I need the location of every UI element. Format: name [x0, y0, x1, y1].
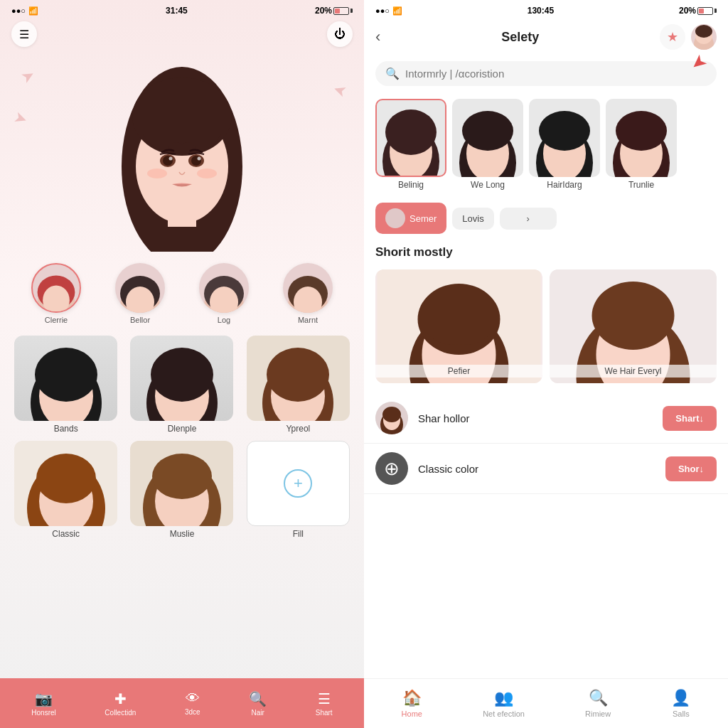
right-signal-icons: ●●○ 📶 [375, 6, 402, 16]
right-nav-0[interactable]: 🏠 Home [402, 689, 422, 718]
chip-1[interactable]: Lovis [452, 208, 493, 230]
deco-arrow-1: ➤ [18, 65, 38, 87]
right-nav-3[interactable]: 👤 Salls [671, 689, 690, 718]
nav-icon-1: ✚ [114, 690, 127, 707]
style-card-0[interactable]: Belinig [375, 99, 446, 190]
left-nav-3[interactable]: 🔍 Nair [249, 690, 267, 717]
avatar-label-3: Marnt [298, 316, 318, 324]
avatar-circle-2 [199, 263, 249, 313]
list-icon-0 [375, 402, 408, 434]
left-status-bar: ●●○ 📶 31:45 20% [0, 0, 364, 18]
avatar-item-0[interactable]: Clerrie [24, 263, 88, 324]
small-avatar-row: Clerrie Bellor Log [0, 257, 364, 330]
hair-item-5[interactable]: + Fill [244, 441, 353, 539]
start-button-0[interactable]: Shart↓ [663, 406, 717, 431]
battery-fill [335, 9, 340, 14]
power-button[interactable]: ⏻ [327, 21, 353, 47]
svg-point-32 [267, 348, 329, 402]
right-bottom-nav: 🏠 Home 👥 Net efection 🔍 Rimiew 👤 Salls [364, 678, 728, 728]
left-top-buttons: ☰ ⏻ [0, 18, 364, 50]
list-icon-1: ⊕ [375, 452, 408, 485]
main-avatar-area: ➤ ➤ ➤ [0, 53, 364, 252]
r-nav-label-1: Net efection [483, 710, 525, 718]
hair-item-4[interactable]: Muslie [127, 441, 236, 539]
hair-thumb-1 [130, 336, 233, 421]
style-label-2: HairIdarg [547, 180, 582, 190]
list-text-1: Classic color [418, 463, 655, 475]
left-battery: 20% [315, 6, 353, 16]
big-card-1[interactable]: We Hair Everyl [550, 269, 717, 383]
filter-chips: Semer Lovis › [364, 197, 728, 240]
nav-label-3: Nair [251, 709, 264, 717]
avatar-item-1[interactable]: Bellor [108, 263, 172, 324]
svg-point-50 [539, 111, 590, 151]
chip-0[interactable]: Semer [375, 203, 446, 234]
style-label-0: Belinig [398, 180, 424, 190]
hair-item-2[interactable]: Ypreol [244, 336, 353, 434]
search-bar[interactable]: 🔍 [375, 61, 717, 86]
style-card-2[interactable]: HairIdarg [529, 99, 600, 190]
avatar-circle-1 [115, 263, 165, 313]
nav-label-4: Shart [316, 709, 333, 717]
avatar-label-2: Log [218, 316, 230, 324]
battery-cap [350, 9, 353, 13]
hair-svg-2 [252, 339, 344, 421]
right-time: 130:45 [528, 6, 554, 16]
left-nav-1[interactable]: ✚ Collectidn [105, 690, 136, 717]
hair-label-2: Ypreol [286, 424, 310, 434]
svg-point-65 [382, 407, 401, 422]
svg-point-8 [169, 157, 173, 161]
avatar-item-2[interactable]: Log [192, 263, 256, 324]
start-button-1[interactable]: Shor↓ [665, 456, 717, 481]
avatar-circle-0 [31, 263, 81, 313]
left-time: 31:45 [166, 6, 188, 16]
left-nav-2[interactable]: 👁 3dce [185, 690, 200, 716]
right-status-bar: ●●○ 📶 130:45 20% [364, 0, 728, 18]
hair-grid: Bands Dlenple Ypreol [0, 330, 364, 545]
menu-button[interactable]: ☰ [11, 21, 37, 47]
hair-thumb-5: + [247, 441, 350, 526]
list-row-0: Shar hollor Shart↓ [364, 393, 728, 444]
right-nav-2[interactable]: 🔍 Rimiew [585, 689, 611, 718]
style-thumb-1 [452, 99, 523, 177]
r-battery-pct: 20% [679, 6, 696, 16]
left-nav-4[interactable]: ☰ Shart [316, 690, 333, 717]
style-label-3: Trunlie [628, 180, 654, 190]
left-nav-0[interactable]: 📷 Honsrel [31, 690, 55, 717]
chip-label-0: Semer [410, 213, 437, 224]
style-card-1[interactable]: We Long [452, 99, 523, 190]
battery-body [333, 7, 349, 15]
big-card-label-0: Pefier [375, 365, 542, 378]
favorite-button[interactable]: ★ [660, 24, 685, 50]
main-avatar-svg [104, 53, 260, 252]
hair-svg-0 [20, 339, 112, 421]
back-button[interactable]: ‹ [375, 28, 380, 46]
hair-item-3[interactable]: Classic [11, 441, 120, 539]
r-nav-label-3: Salls [673, 710, 690, 718]
style-card-3[interactable]: Trunlie [606, 99, 677, 190]
user-avatar-button[interactable] [691, 24, 717, 50]
hair-item-1[interactable]: Dlenple [127, 336, 236, 434]
avatar-item-3[interactable]: Marnt [276, 263, 340, 324]
list-text-0: Shar hollor [418, 412, 653, 424]
svg-point-41 [695, 25, 712, 38]
left-bottom-nav: 📷 Honsrel ✚ Collectidn 👁 3dce 🔍 Nair ☰ S… [0, 678, 364, 728]
nav-icon-0: 📷 [35, 690, 53, 707]
chip-arrow[interactable]: › [500, 208, 557, 230]
r-battery-body [697, 7, 713, 15]
list-avatar-svg-0 [375, 402, 408, 434]
right-nav-1[interactable]: 👥 Net efection [483, 689, 525, 718]
list-row-1: ⊕ Classic color Shor↓ [364, 444, 728, 494]
svg-point-11 [197, 168, 217, 178]
r-wifi-icon: 📶 [392, 6, 402, 16]
nav-icon-4: ☰ [318, 690, 331, 707]
svg-point-29 [151, 348, 213, 402]
avatar-circle-3 [283, 263, 333, 313]
big-card-0[interactable]: Pefier [375, 269, 542, 383]
svg-point-10 [147, 168, 167, 178]
chip-label-1: Lovis [462, 213, 483, 224]
search-input[interactable] [405, 68, 707, 80]
hair-item-0[interactable]: Bands [11, 336, 120, 434]
style-grid-top: Belinig We Long HairIdarg [364, 92, 728, 197]
svg-point-53 [616, 111, 667, 151]
